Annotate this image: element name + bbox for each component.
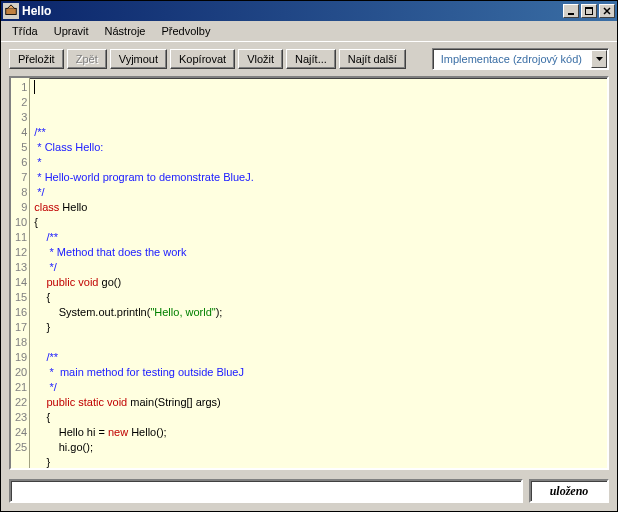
code-line[interactable]: /** [34, 125, 603, 140]
find-button[interactable]: Najít... [286, 49, 336, 69]
code-line[interactable] [34, 335, 603, 350]
code-line[interactable]: * Class Hello: [34, 140, 603, 155]
copy-button[interactable]: Kopírovat [170, 49, 235, 69]
window-controls [561, 4, 615, 18]
view-dropdown-text: Implementace (zdrojový kód) [433, 53, 590, 65]
code-line[interactable]: public void go() [34, 275, 603, 290]
find-next-button[interactable]: Najít další [339, 49, 406, 69]
close-button[interactable] [599, 4, 615, 18]
compile-button[interactable]: Přeložit [9, 49, 64, 69]
menu-tools[interactable]: Nástroje [98, 23, 153, 39]
toolbar: Přeložit Zpět Vyjmout Kopírovat Vložit N… [1, 41, 617, 76]
code-area[interactable]: /** * Class Hello: * * Hello-world progr… [30, 78, 607, 468]
code-line[interactable]: } [34, 320, 603, 335]
code-editor[interactable]: 1234567891011121314151617181920212223242… [9, 76, 609, 470]
code-line[interactable]: { [34, 410, 603, 425]
app-icon [3, 3, 19, 19]
svg-rect-3 [585, 7, 593, 9]
status-bar: uloženo [1, 476, 617, 511]
window-title: Hello [22, 4, 561, 18]
status-message [9, 479, 523, 503]
menu-prefs[interactable]: Předvolby [155, 23, 218, 39]
minimize-button[interactable] [563, 4, 579, 18]
code-line[interactable]: { [34, 290, 603, 305]
view-dropdown[interactable]: Implementace (zdrojový kód) [432, 48, 609, 70]
code-line[interactable]: System.out.println("Hello, world"); [34, 305, 603, 320]
title-bar[interactable]: Hello [1, 1, 617, 21]
menu-edit[interactable]: Upravit [47, 23, 96, 39]
code-line[interactable]: /** [34, 350, 603, 365]
code-line[interactable]: * Method that does the work [34, 245, 603, 260]
code-line[interactable]: * Hello-world program to demonstrate Blu… [34, 170, 603, 185]
code-line[interactable]: class Hello [34, 200, 603, 215]
code-line[interactable]: { [34, 215, 603, 230]
maximize-button[interactable] [581, 4, 597, 18]
code-line[interactable]: /** [34, 230, 603, 245]
code-line[interactable]: */ [34, 185, 603, 200]
code-line[interactable]: * main method for testing outside BlueJ [34, 365, 603, 380]
code-line[interactable]: hi.go(); [34, 440, 603, 455]
svg-rect-0 [6, 8, 17, 14]
menu-class[interactable]: Třída [5, 23, 45, 39]
line-gutter: 1234567891011121314151617181920212223242… [11, 78, 30, 468]
code-line[interactable]: */ [34, 260, 603, 275]
code-line[interactable]: public static void main(String[] args) [34, 395, 603, 410]
undo-button[interactable]: Zpět [67, 49, 107, 69]
menu-bar: Třída Upravit Nástroje Předvolby [1, 21, 617, 41]
text-cursor [34, 80, 35, 94]
svg-rect-1 [568, 13, 574, 15]
code-line[interactable]: * [34, 155, 603, 170]
cut-button[interactable]: Vyjmout [110, 49, 167, 69]
chevron-down-icon[interactable] [591, 50, 607, 68]
paste-button[interactable]: Vložit [238, 49, 283, 69]
code-line[interactable]: } [34, 455, 603, 468]
code-line[interactable]: Hello hi = new Hello(); [34, 425, 603, 440]
code-line[interactable]: */ [34, 380, 603, 395]
save-status: uloženo [529, 479, 609, 503]
main-window: Hello Třída Upravit Nástroje Předvolby P… [0, 0, 618, 512]
